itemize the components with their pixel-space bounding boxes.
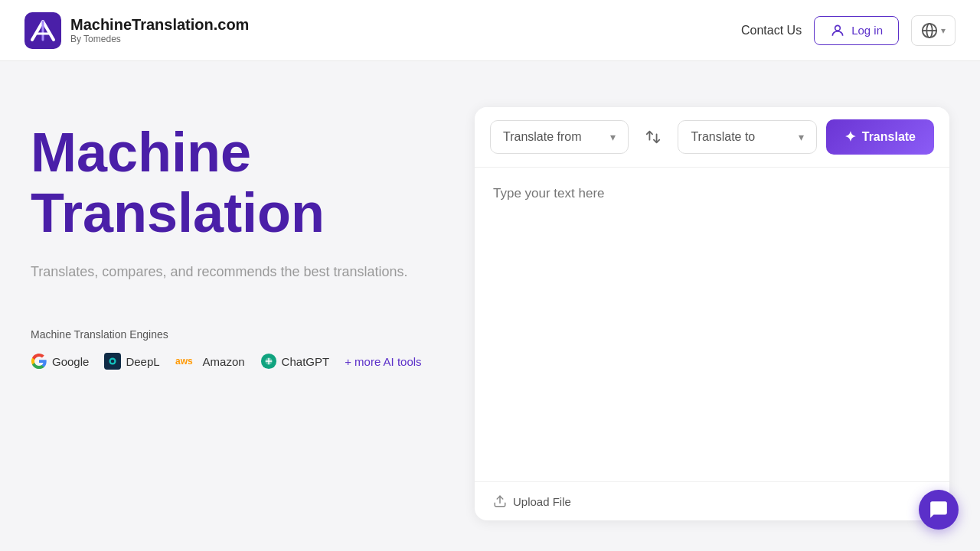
chatgpt-label: ChatGPT (282, 355, 330, 368)
globe-icon (921, 22, 938, 39)
logo-text-area: MachineTranslation.com By Tomedes (70, 16, 249, 44)
engines-label: Machine Translation Engines (31, 328, 429, 341)
login-button[interactable]: Log in (814, 16, 899, 45)
logo-icon (24, 12, 61, 49)
chat-bubble[interactable] (919, 490, 959, 530)
amazon-icon: aws (175, 353, 198, 370)
more-tools-link[interactable]: + more AI tools (345, 355, 421, 368)
logo-area: MachineTranslation.com By Tomedes (24, 12, 249, 49)
header-right: Contact Us Log in ▾ (741, 15, 956, 46)
chevron-down-icon: ▾ (610, 131, 616, 143)
engine-google[interactable]: Google (31, 353, 89, 370)
engine-amazon[interactable]: aws Amazon (175, 353, 245, 370)
svg-point-1 (835, 25, 841, 31)
translator-body (475, 168, 949, 481)
logo-subtitle: By Tomedes (70, 34, 249, 44)
left-panel: Machine Translation Translates, compares… (31, 107, 429, 520)
translate-button[interactable]: ✦ Translate (826, 119, 934, 155)
upload-icon (493, 494, 507, 508)
engine-deepl[interactable]: DeepL (104, 353, 159, 370)
translate-button-label: Translate (862, 130, 916, 144)
translate-to-select[interactable]: Translate to ▾ (678, 120, 816, 154)
translate-to-label: Translate to (691, 130, 755, 144)
translate-from-label: Translate from (503, 130, 582, 144)
amazon-label: Amazon (203, 355, 245, 368)
svg-text:aws: aws (175, 357, 193, 367)
engines-list: Google DeepL aws Amazon (31, 353, 429, 370)
login-label: Log in (851, 24, 883, 37)
chat-icon (929, 500, 949, 520)
google-icon (31, 353, 47, 370)
chevron-down-icon: ▾ (941, 25, 946, 36)
deepl-label: DeepL (126, 355, 159, 368)
main-title: Machine Translation (31, 122, 429, 243)
engine-chatgpt[interactable]: ChatGPT (260, 353, 330, 370)
chatgpt-icon (260, 353, 277, 370)
engines-section: Machine Translation Engines Google (31, 328, 429, 370)
person-icon (830, 23, 845, 38)
header: MachineTranslation.com By Tomedes Contac… (0, 0, 980, 61)
language-selector[interactable]: ▾ (911, 15, 956, 46)
upload-file-label: Upload File (513, 495, 571, 508)
right-panel: Translate from ▾ Translate to ▾ (475, 107, 949, 520)
chevron-down-icon: ▾ (799, 131, 804, 143)
source-text-input[interactable] (493, 186, 931, 481)
contact-us-link[interactable]: Contact Us (741, 24, 802, 37)
sparkle-icon: ✦ (844, 129, 856, 145)
swap-button[interactable] (638, 122, 668, 152)
translator-header: Translate from ▾ Translate to ▾ (475, 107, 949, 168)
main-content: Machine Translation Translates, compares… (0, 61, 980, 551)
logo-title: MachineTranslation.com (70, 16, 249, 34)
google-label: Google (52, 355, 89, 368)
svg-point-7 (111, 360, 115, 364)
translate-from-select[interactable]: Translate from ▾ (490, 120, 629, 154)
translator-footer[interactable]: Upload File (475, 481, 949, 520)
deepl-icon (104, 353, 121, 370)
translator-card: Translate from ▾ Translate to ▾ (475, 107, 949, 520)
subtitle: Translates, compares, and recommends the… (31, 262, 429, 282)
swap-icon (645, 129, 662, 145)
